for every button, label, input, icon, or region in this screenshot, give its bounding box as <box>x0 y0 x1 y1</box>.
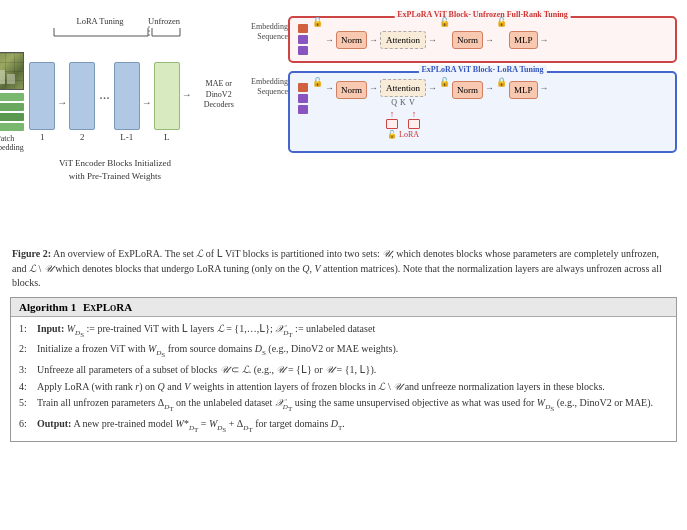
lora-small-label: 🔓 LoRA <box>387 130 419 139</box>
algo-line-4: 4: Apply LoRA (with rank r) on Q and V w… <box>19 379 668 396</box>
attention-lora-container: Attention Q K V ↑ ↑ <box>380 79 426 139</box>
algo-text-4: Apply LoRA (with rank r) on Q and V weig… <box>37 379 668 396</box>
vit-encoder-diagram: LoRA Tuning Unfrozen <box>10 8 220 243</box>
norm1-full: Norm <box>336 31 367 49</box>
algo-num-4: 4: <box>19 379 37 396</box>
algo-name: ExPLoRA <box>83 301 132 313</box>
algo-body: 1: Input: WDS := pre-trained ViT with L … <box>11 317 676 442</box>
algo-num-6: 6: <box>19 416 37 437</box>
arrow-full-2: → <box>369 35 378 45</box>
algo-text-1: Input: WDS := pre-trained ViT with L lay… <box>37 321 668 342</box>
algo-num-1: 1: <box>19 321 37 342</box>
qkv-labels: Q K V <box>391 98 414 107</box>
algo-line-3: 3: Unfreeze all parameters of a subset o… <box>19 362 668 379</box>
full-rank-block: ExPLoRA ViT Block- Unfrozen Full-Rank Tu… <box>288 16 677 63</box>
lock-norm1-full: 🔓 <box>312 17 323 27</box>
vit-encoder-caption: ViT Encoder Blocks Initialized with Pre-… <box>59 157 171 182</box>
algorithm-box: Algorithm 1 ExPLoRA 1: Input: WDS := pre… <box>10 297 677 443</box>
figure-area: LoRA Tuning Unfrozen <box>10 8 677 243</box>
vit-blocks-right: ExPLoRA ViT Block- Unfrozen Full-Rank Tu… <box>230 8 677 243</box>
emb-tokens-full <box>298 24 308 55</box>
patch-image <box>0 52 24 90</box>
lora-tune-block: ExPLoRA ViT Block- LoRA Tuning Embedding… <box>288 71 677 153</box>
encoder-block-1: 1 <box>29 62 55 142</box>
embedding-label-full: EmbeddingSequence <box>234 22 288 43</box>
block-dots: ... <box>99 87 110 103</box>
encoder-block-lminus1: L-1 <box>114 62 140 142</box>
arrow-2: → <box>142 97 152 108</box>
algo-num-5: 5: <box>19 395 37 416</box>
algo-line-6: 6: Output: A new pre-trained model W*DT … <box>19 416 668 437</box>
block-label-l: L <box>164 132 170 142</box>
algo-num-2: 2: <box>19 341 37 362</box>
full-rank-content: 🔓 → Norm → Attention → 🔓 Norm → 🔓 MLP → <box>298 24 667 55</box>
algo-line-1: 1: Input: WDS := pre-trained ViT with L … <box>19 321 668 342</box>
brace-labels: LoRA Tuning Unfrozen <box>52 16 180 40</box>
mlp-full: MLP <box>509 31 538 49</box>
arrow-full-4: → <box>485 35 494 45</box>
lora-arrows: ↑ ↑ <box>386 109 420 129</box>
patch-embedding-label: Patch Embedding <box>0 134 24 152</box>
figure-num: Figure 2: <box>12 248 51 259</box>
algo-title: Algorithm 1 <box>19 301 76 313</box>
lora-tune-title: ExPLoRA ViT Block- LoRA Tuning <box>418 65 546 74</box>
arrow-full-3: → <box>428 35 437 45</box>
lora-tuning-brace-label: LoRA Tuning <box>52 16 148 26</box>
attention-lora: Attention <box>380 79 426 97</box>
block-label-lminus1: L-1 <box>120 132 133 142</box>
arrow-1: → <box>57 97 67 108</box>
lock-mlp-full: 🔓 <box>496 17 507 27</box>
algo-line-2: 2: Initialize a frozen ViT with WDS from… <box>19 341 668 362</box>
lock-norm2-lora: 🔓 <box>439 77 450 87</box>
norm2-lora: Norm <box>452 81 483 99</box>
lora-block-content: 🔓 → Norm → Attention Q K V ↑ <box>298 79 667 139</box>
norm1-lora: Norm <box>336 81 367 99</box>
algo-text-3: Unfreeze all parameters of a subset of b… <box>37 362 668 379</box>
algo-header: Algorithm 1 ExPLoRA <box>11 298 676 317</box>
encoder-block-l: L <box>154 62 180 142</box>
brace-svg <box>52 26 182 38</box>
encoder-blocks-row: Patch Embedding 1 → 2 ... L-1 → <box>0 52 244 152</box>
encoder-block-2: 2 <box>69 62 95 142</box>
algo-text-5: Train all unfrozen parameters ΔDT on the… <box>37 395 668 416</box>
algo-num-3: 3: <box>19 362 37 379</box>
lock-norm2-full: 🔓 <box>439 17 450 27</box>
arrow-in-full: → <box>325 35 334 45</box>
algo-text-6: Output: A new pre-trained model W*DT = W… <box>37 416 668 437</box>
patch-embedding-col: Patch Embedding <box>0 52 24 152</box>
attention-full: Attention <box>380 31 426 49</box>
lock-mlp-lora: 🔒 <box>496 77 507 87</box>
full-rank-title: ExPLoRA ViT Block- Unfrozen Full-Rank Tu… <box>394 10 571 19</box>
figure-caption: Figure 2: An overview of ExPLoRA. The se… <box>10 247 677 291</box>
norm2-full: Norm <box>452 31 483 49</box>
block-label-2: 2 <box>80 132 85 142</box>
algo-text-2: Initialize a frozen ViT with WDS from so… <box>37 341 668 362</box>
lock-norm1-lora: 🔓 <box>312 77 323 87</box>
algo-line-5: 5: Train all unfrozen parameters ΔDT on … <box>19 395 668 416</box>
patch-token-row <box>0 93 24 131</box>
unfrozen-brace-label: Unfrozen <box>148 16 180 26</box>
mlp-lora: MLP <box>509 81 538 99</box>
emb-tokens-lora <box>298 83 308 114</box>
block-label-1: 1 <box>40 132 45 142</box>
embedding-label-lora: EmbeddingSequence <box>234 77 288 98</box>
arrow-full-5: → <box>540 35 549 45</box>
